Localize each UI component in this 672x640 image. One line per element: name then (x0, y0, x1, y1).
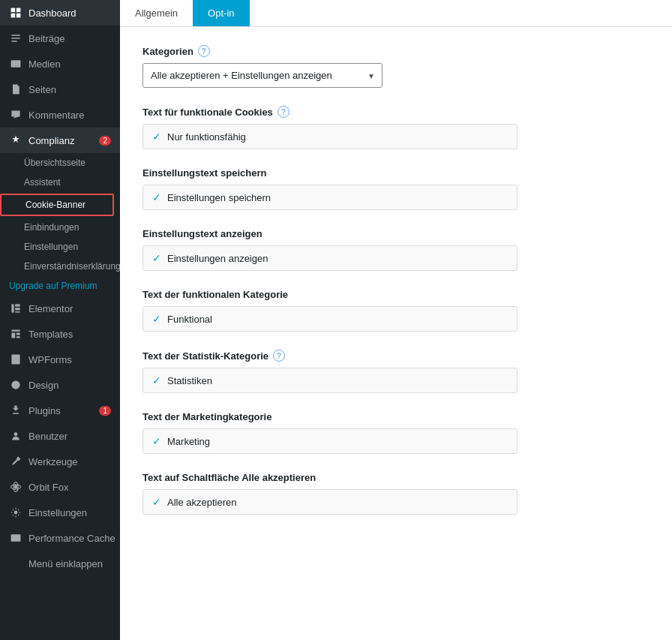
pages-icon (9, 83, 22, 96)
sidebar-item-benutzer[interactable]: Benutzer (0, 423, 120, 449)
sidebar-item-label: Dashboard (28, 8, 76, 19)
svg-rect-0 (11, 8, 16, 13)
kategorien-select[interactable]: Alle akzeptieren + Einstellungen anzeige… (142, 63, 382, 88)
kategorien-section: Kategorien ? Alle akzeptieren + Einstell… (142, 45, 650, 88)
templates-icon (9, 327, 22, 341)
tab-allgemein[interactable]: Allgemein (120, 0, 193, 26)
text-marketing-input[interactable]: ✓ Marketing (142, 428, 518, 454)
sidebar-item-dashboard[interactable]: Dashboard (0, 0, 120, 26)
media-icon (9, 57, 22, 71)
check-icon-6: ✓ (152, 435, 161, 447)
text-alle-akzeptieren-section: Text auf Schaltfläche Alle akzeptieren ✓… (142, 472, 650, 515)
sidebar-item-plugins[interactable]: Plugins 1 (0, 398, 120, 423)
check-icon: ✓ (152, 131, 161, 143)
svg-rect-8 (15, 308, 20, 310)
sidebar: Dashboard Beiträge Medien Seiten Komment… (0, 0, 120, 640)
sidebar-item-label: Einstellungen (28, 507, 87, 518)
svg-rect-2 (11, 14, 16, 18)
sidebar-item-label: Orbit Fox (28, 482, 68, 493)
sidebar-item-elementor[interactable]: Elementor (0, 296, 120, 321)
text-marketing-section: Text der Marketingkategorie ✓ Marketing (142, 411, 650, 454)
text-statistik-input[interactable]: ✓ Statistiken (142, 368, 518, 393)
sidebar-item-label: Menü einklappen (28, 558, 103, 569)
users-icon (9, 429, 22, 443)
sidebar-item-templates[interactable]: Templates (0, 321, 120, 347)
kategorien-help-icon[interactable]: ? (198, 45, 210, 57)
svg-point-12 (14, 432, 18, 436)
design-icon (9, 378, 22, 392)
check-icon-4: ✓ (152, 313, 161, 325)
svg-rect-3 (16, 14, 21, 18)
sidebar-item-label: Benutzer (28, 431, 68, 442)
text-funktionale-cookies-section: Text für funktionale Cookies ? ✓ Nur fun… (142, 106, 650, 149)
sidebar-item-label: Templates (28, 329, 73, 340)
sidebar-item-einverstaendnis[interactable]: Einverständniserklärung (0, 257, 120, 276)
sidebar-item-label: Werkzeuge (28, 456, 78, 467)
text-funktionale-kategorie-input[interactable]: ✓ Funktional (142, 306, 518, 332)
sidebar-item-label: Kommentare (28, 110, 84, 121)
text-statistik-label: Text der Statistik-Kategorie ? (142, 350, 650, 362)
text-funktionale-cookies-input[interactable]: ✓ Nur funktionsfähig (142, 124, 518, 149)
sidebar-item-label: Elementor (28, 303, 73, 314)
check-icon-3: ✓ (152, 252, 161, 264)
tab-opt-in[interactable]: Opt-in (193, 0, 249, 26)
text-funktionale-cookies-help-icon[interactable]: ? (278, 106, 290, 118)
sidebar-item-beitraege[interactable]: Beiträge (0, 26, 120, 51)
svg-rect-6 (11, 304, 14, 312)
sidebar-item-einstellungen-sub[interactable]: Einstellungen (0, 237, 120, 257)
einstellungstext-speichern-section: Einstellungstext speichern ✓ Einstellung… (142, 167, 650, 210)
sidebar-item-uebersichtsseite[interactable]: Übersichtsseite (0, 153, 120, 173)
einstellungstext-speichern-input[interactable]: ✓ Einstellungen speichern (142, 185, 518, 210)
orbit-icon (9, 480, 22, 494)
svg-rect-9 (15, 311, 20, 313)
svg-rect-7 (15, 304, 20, 306)
sidebar-item-performance-cache[interactable]: Performance Cache (0, 525, 120, 551)
sidebar-item-complianz[interactable]: Complianz 2 (0, 128, 120, 153)
plugins-badge: 1 (99, 406, 111, 416)
sidebar-item-cookie-banner[interactable]: Cookie-Banner (2, 195, 112, 215)
sidebar-item-label: Seiten (28, 84, 56, 95)
wpforms-icon (9, 353, 22, 366)
text-statistik-help-icon[interactable]: ? (273, 350, 285, 362)
posts-icon (9, 32, 22, 45)
sidebar-item-einbindungen[interactable]: Einbindungen (0, 218, 120, 237)
performance-icon (9, 531, 22, 545)
svg-rect-17 (11, 534, 21, 542)
einstellungstext-anzeigen-label: Einstellungstext anzeigen (142, 228, 650, 239)
sidebar-item-label: Design (28, 380, 58, 391)
sidebar-item-label: Complianz (28, 135, 74, 146)
svg-rect-10 (11, 355, 20, 365)
sidebar-item-wpforms[interactable]: WPForms (0, 347, 120, 372)
kategorien-label: Kategorien ? (142, 45, 650, 57)
main-content: Allgemein Opt-in Kategorien ? Alle akzep… (120, 0, 672, 640)
svg-point-16 (14, 511, 18, 515)
plugins-icon (9, 404, 22, 417)
tab-bar: Allgemein Opt-in (120, 0, 672, 27)
svg-point-13 (14, 485, 18, 489)
sidebar-item-orbit-fox[interactable]: Orbit Fox (0, 474, 120, 500)
sidebar-item-design[interactable]: Design (0, 372, 120, 398)
svg-rect-4 (11, 60, 21, 68)
sidebar-item-assistent[interactable]: Assistent (0, 173, 120, 192)
sidebar-item-menue-einklappen[interactable]: Menü einklappen (0, 551, 120, 576)
einstellungstext-anzeigen-input[interactable]: ✓ Einstellungen anzeigen (142, 245, 518, 271)
dashboard-icon (9, 6, 22, 20)
einstellungstext-speichern-label: Einstellungstext speichern (142, 167, 650, 179)
settings-icon (9, 506, 22, 519)
sidebar-item-label: Medien (28, 59, 61, 70)
complianz-badge: 2 (99, 136, 111, 146)
sidebar-item-kommentare[interactable]: Kommentare (0, 102, 120, 128)
kategorien-select-wrapper: Alle akzeptieren + Einstellungen anzeige… (142, 63, 382, 88)
text-alle-akzeptieren-input[interactable]: ✓ Alle akzeptieren (142, 489, 518, 515)
sidebar-item-upgrade[interactable]: Upgrade auf Premium (0, 276, 120, 296)
sidebar-item-medien[interactable]: Medien (0, 51, 120, 77)
sidebar-item-label: Performance Cache (28, 533, 116, 544)
sidebar-item-einstellungen[interactable]: Einstellungen (0, 500, 120, 525)
text-funktionale-kategorie-label: Text der funktionalen Kategorie (142, 289, 650, 300)
complianz-icon (9, 134, 22, 147)
sidebar-item-seiten[interactable]: Seiten (0, 77, 120, 102)
sidebar-item-werkzeuge[interactable]: Werkzeuge (0, 449, 120, 474)
sidebar-item-label: Plugins (28, 405, 61, 416)
form-content: Kategorien ? Alle akzeptieren + Einstell… (120, 27, 672, 551)
text-funktionale-cookies-label: Text für funktionale Cookies ? (142, 106, 650, 118)
